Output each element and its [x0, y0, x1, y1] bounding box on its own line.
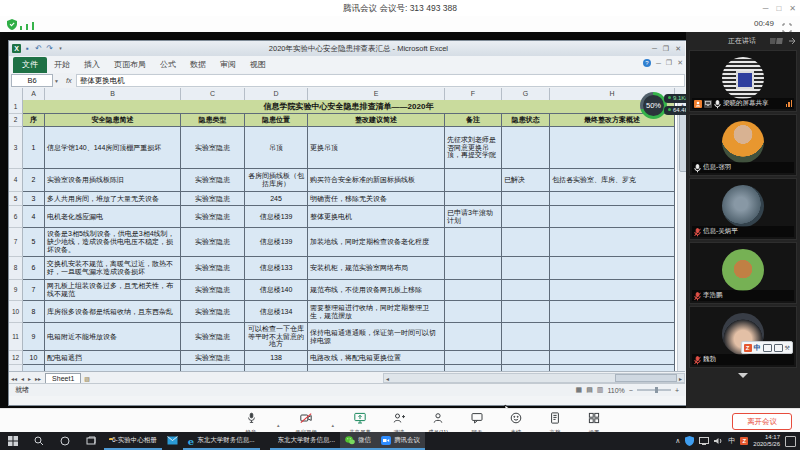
defender-shield-icon[interactable]: [685, 436, 694, 446]
column-header-G[interactable]: G: [502, 88, 550, 100]
data-cell[interactable]: [445, 323, 502, 351]
data-cell[interactable]: [550, 206, 675, 228]
data-cell[interactable]: 实验室隐患: [181, 228, 245, 257]
worksheet-grid[interactable]: 1信息学院实验中心安全隐患排查清单——2020年2序安全隐患简述隐患类型隐患位置…: [9, 100, 685, 371]
data-cell[interactable]: 先征求刘老师是否同意更换吊顶，再提交学院: [445, 127, 502, 169]
data-cell[interactable]: [502, 206, 550, 228]
next-sheet-icon[interactable]: ▸: [26, 375, 33, 382]
data-cell[interactable]: 实验室隐患: [181, 206, 245, 228]
data-cell[interactable]: [550, 280, 675, 301]
participant-tile[interactable]: 李浩鹏: [689, 242, 797, 304]
ime-toolbar[interactable]: Z中⚒: [741, 341, 793, 354]
row-number[interactable]: 2: [9, 114, 23, 127]
minimize-icon[interactable]: ─: [763, 4, 769, 13]
data-cell[interactable]: [445, 192, 502, 206]
data-cell[interactable]: 电箱附近不能堆放设备: [45, 323, 181, 351]
ribbon-tab-4[interactable]: 页面布局: [107, 57, 153, 73]
ribbon-tab-1[interactable]: 文件: [13, 57, 47, 73]
data-cell[interactable]: 1: [23, 127, 45, 169]
taskbar-clock[interactable]: 14:17 2020/5/26: [753, 434, 780, 447]
ribbon-tab-2[interactable]: 开始: [47, 57, 77, 73]
row-number[interactable]: 5: [9, 192, 23, 206]
zoom-slider[interactable]: [637, 389, 671, 391]
data-cell[interactable]: [550, 323, 675, 351]
redo-icon[interactable]: ↷: [45, 44, 54, 53]
data-cell[interactable]: 已解决: [502, 169, 550, 192]
data-cell[interactable]: [502, 192, 550, 206]
data-cell[interactable]: [502, 280, 550, 301]
undo-icon[interactable]: ↶: [34, 44, 43, 53]
ribbon-tab-3[interactable]: 插入: [77, 57, 107, 73]
data-cell[interactable]: 实验室隐患: [181, 127, 245, 169]
row-number[interactable]: 10: [9, 301, 23, 323]
column-header-C[interactable]: C: [181, 88, 245, 100]
data-cell[interactable]: 购买符合安全标准的新国标插线板: [308, 169, 445, 192]
data-cell[interactable]: [550, 301, 675, 323]
row-number[interactable]: 3: [9, 127, 23, 169]
data-cell[interactable]: 明确责任，移除无关设备: [308, 192, 445, 206]
ribbon-tab-5[interactable]: 公式: [153, 57, 183, 73]
data-cell[interactable]: [445, 301, 502, 323]
start-button[interactable]: [0, 432, 26, 450]
data-cell[interactable]: 7: [23, 280, 45, 301]
ribbon-tab-6[interactable]: 数据: [183, 57, 213, 73]
data-cell[interactable]: [445, 228, 502, 257]
column-header-F[interactable]: F: [445, 88, 502, 100]
data-cell[interactable]: [550, 257, 675, 280]
taskbar-app[interactable]: 东北大学财务信息...: [270, 432, 340, 450]
excel-minimize-icon[interactable]: ─: [652, 45, 657, 53]
data-cell[interactable]: [550, 228, 675, 257]
header-cell[interactable]: 安全隐患简述: [45, 114, 181, 127]
data-cell[interactable]: 245: [245, 192, 308, 206]
data-cell[interactable]: [502, 301, 550, 323]
data-cell[interactable]: 5: [23, 228, 45, 257]
data-cell[interactable]: 配电箱遮挡: [45, 351, 181, 365]
data-cell[interactable]: 实验室设备用插线板陈旧: [45, 169, 181, 192]
participant-tile[interactable]: 信息-张羽: [689, 114, 797, 176]
data-cell[interactable]: 信息楼134: [245, 301, 308, 323]
data-cell[interactable]: [550, 127, 675, 169]
data-cell[interactable]: 信息楼133: [245, 257, 308, 280]
data-cell[interactable]: 保持电箱通道通顺，保证第一时间可以切掉电源: [308, 323, 445, 351]
data-cell[interactable]: 实验室隐患: [181, 301, 245, 323]
zoom-level[interactable]: 110%: [607, 387, 624, 394]
data-cell[interactable]: 规范布线，不使用设备网孔板上移除: [308, 280, 445, 301]
data-cell[interactable]: 10: [23, 351, 45, 365]
excel-restore-icon[interactable]: ❐: [663, 45, 669, 53]
data-cell[interactable]: 实验室隐患: [181, 323, 245, 351]
row-number[interactable]: 11: [9, 323, 23, 351]
column-header-E[interactable]: E: [308, 88, 445, 100]
data-cell[interactable]: [502, 323, 550, 351]
scroll-left-icon[interactable]: ◂: [384, 375, 391, 382]
header-cell[interactable]: 隐患状态: [502, 114, 550, 127]
data-cell[interactable]: 电路改线，将配电箱更换位置: [308, 351, 445, 365]
data-cell[interactable]: 实验室隐患: [181, 280, 245, 301]
data-cell[interactable]: 实验室隐患: [181, 192, 245, 206]
ime-panel-icon[interactable]: [774, 344, 783, 352]
tray-expand-icon[interactable]: ∧: [675, 437, 680, 445]
data-cell[interactable]: 实验室隐患: [181, 351, 245, 365]
quick-access-dropdown-icon[interactable]: ▾: [56, 44, 65, 53]
participant-tile[interactable]: 梁晓的屏幕共享: [689, 50, 797, 112]
cortana-icon[interactable]: [52, 432, 78, 450]
data-cell[interactable]: 安装机柜，规范实验室网络布局: [308, 257, 445, 280]
prev-sheet-icon[interactable]: ◂: [19, 375, 26, 382]
horizontal-scrollbar[interactable]: ◂ ▸: [383, 373, 685, 383]
ime-tray-icon[interactable]: Z: [740, 437, 748, 445]
data-cell[interactable]: 可以检查一下仓库等平时不太留意的地方: [245, 323, 308, 351]
data-cell[interactable]: 6: [23, 257, 45, 280]
scroll-participants-down-icon[interactable]: [738, 373, 748, 378]
taskbar-app[interactable]: 微信: [340, 432, 376, 450]
taskbar-app[interactable]: 腾讯会议: [376, 432, 425, 450]
restore-icon[interactable]: □: [776, 4, 781, 13]
data-cell[interactable]: [445, 257, 502, 280]
data-cell[interactable]: 多人共用房间，堆放了大量无关设备: [45, 192, 181, 206]
row-number[interactable]: 7: [9, 228, 23, 257]
data-cell[interactable]: 设备是3相5线制设备，供电是3相4线制，缺少地线，造成设备供电电压不稳定，损坏设…: [45, 228, 181, 257]
expand-caret-icon[interactable]: ▴: [277, 422, 280, 428]
header-cell[interactable]: 隐患类型: [181, 114, 245, 127]
ribbon-restore-icon[interactable]: ❐: [666, 59, 672, 67]
column-header-A[interactable]: A: [23, 88, 45, 100]
data-cell[interactable]: 2: [23, 169, 45, 192]
data-cell[interactable]: [550, 192, 675, 206]
